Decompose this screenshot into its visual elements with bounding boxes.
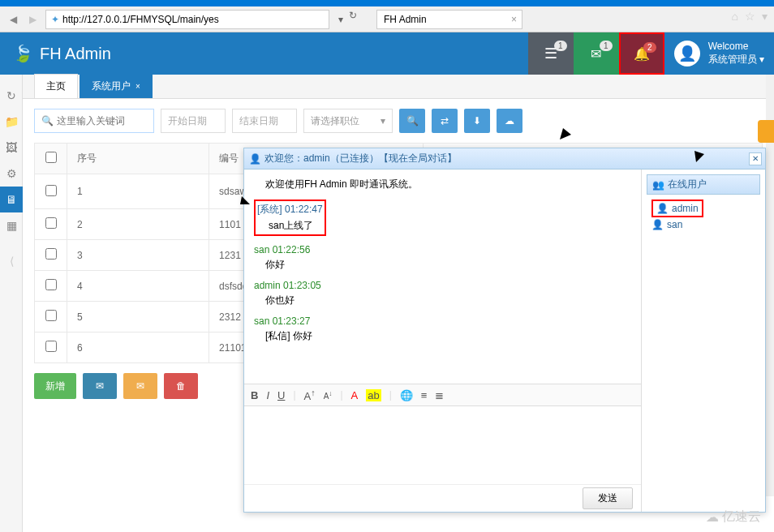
mail-button[interactable]: ✉ (83, 373, 117, 399)
window-controls: ⌂ ☆ ▾ (732, 10, 768, 23)
watermark: ☁ 亿速云 (706, 508, 761, 526)
font-increase-button[interactable]: A↑ (304, 388, 316, 402)
home-icon[interactable]: ⌂ (732, 10, 738, 23)
logo-text: FH Admin (40, 45, 111, 63)
date-end-input[interactable]: 结束日期 (232, 109, 297, 133)
cell-index: 3 (67, 240, 209, 271)
back-button[interactable]: ◀ (3, 10, 23, 29)
chat-message: admin 01:23:05你也好 (254, 280, 631, 307)
online-list: 👤 admin👤 san (647, 195, 760, 237)
italic-button[interactable]: I (266, 389, 269, 401)
left-sidebar: ↻ 📁 🖼 ⚙ 🖥 ▦ ⟨ (0, 75, 23, 532)
date-start-input[interactable]: 开始日期 (161, 109, 226, 133)
mail-badge: 1 (600, 41, 613, 51)
float-button[interactable] (758, 120, 774, 143)
header-mail-button[interactable]: ✉ 1 (574, 32, 619, 75)
forward-button[interactable]: ▶ (23, 10, 42, 29)
send-button[interactable]: 发送 (583, 487, 633, 509)
header-bell-button[interactable]: 🔔 2 (619, 32, 664, 75)
cell-index: 2 (67, 209, 209, 240)
toolbar: 🔍 开始日期 结束日期 请选择职位▾ 🔍 ⇄ ⬇ ☁ (23, 99, 774, 143)
sidebar-gear-icon[interactable]: ⚙ (0, 161, 23, 187)
search-box[interactable]: 🔍 (34, 109, 154, 133)
row-checkbox[interactable] (45, 279, 57, 290)
th-index: 序号 (67, 144, 209, 174)
tab-close-icon[interactable]: × (511, 14, 517, 25)
chat-input[interactable] (244, 406, 641, 484)
role-label: 系统管理员 (708, 54, 757, 65)
url-input[interactable] (62, 14, 324, 25)
font-color-button[interactable]: A (351, 389, 359, 401)
tab-home[interactable]: 主页 (34, 74, 78, 98)
row-checkbox[interactable] (45, 341, 57, 352)
chat-dialog: 👤 欢迎您：admin（已连接）【现在全局对话】 ✕ 欢迎使用FH Admin … (243, 148, 766, 513)
font-decrease-button[interactable]: A↓ (324, 389, 333, 401)
welcome-label: Welcome (708, 41, 764, 54)
menu-icon[interactable]: ▾ (762, 10, 768, 23)
chat-message: [系统] 01:22:47san上线了 (254, 200, 631, 236)
sidebar-grid-icon[interactable]: ▦ (0, 212, 23, 238)
tab-close-icon[interactable]: × (135, 82, 140, 91)
emoji-button[interactable]: 🌐 (400, 389, 413, 401)
users-icon: 👥 (652, 179, 664, 191)
chat-header[interactable]: 👤 欢迎您：admin（已连接）【现在全局对话】 ✕ (244, 148, 765, 169)
swap-button[interactable]: ⇄ (432, 109, 458, 133)
chat-welcome: 欢迎使用FH Admin 即时通讯系统。 (254, 178, 631, 191)
browser-tab[interactable]: FH Admin × (376, 10, 522, 29)
search-button[interactable]: 🔍 (399, 109, 425, 133)
bold-button[interactable]: B (251, 389, 258, 401)
mail-orange-button[interactable]: ✉ (123, 373, 157, 399)
welcome-block: Welcome 系统管理员 ▾ (708, 41, 764, 66)
highlight-button[interactable]: ab (366, 389, 381, 401)
online-header: 👥 在线用户 (647, 174, 760, 195)
chat-title: 欢迎您：admin（已连接）【现在全局对话】 (264, 152, 457, 165)
add-button[interactable]: 新增 (34, 373, 76, 399)
sidebar-image-icon[interactable]: 🖼 (0, 135, 23, 161)
row-checkbox[interactable] (45, 248, 57, 260)
th-checkbox (35, 144, 67, 174)
content-tabs: 主页 系统用户× (23, 75, 774, 99)
cloud-icon: ☁ (706, 509, 719, 525)
download-button[interactable]: ⬇ (464, 109, 490, 133)
sidebar-desktop-icon[interactable]: 🖥 (0, 187, 23, 212)
url-box[interactable]: ✦ (45, 10, 329, 29)
list-ul-button[interactable]: ≣ (435, 389, 444, 401)
url-dropdown-icon[interactable]: ▾ (333, 14, 349, 25)
star-icon[interactable]: ☆ (745, 10, 755, 23)
user-box[interactable]: 👤 Welcome 系统管理员 ▾ (664, 41, 774, 66)
chevron-down-icon: ▾ (381, 115, 385, 127)
online-user[interactable]: 👤 admin (651, 200, 703, 217)
row-checkbox[interactable] (45, 217, 57, 229)
cell-index: 6 (67, 332, 209, 363)
online-user[interactable]: 👤 san (651, 217, 755, 232)
row-checkbox[interactable] (45, 185, 57, 196)
position-select[interactable]: 请选择职位▾ (303, 109, 393, 133)
chat-close-button[interactable]: ✕ (749, 152, 762, 165)
select-all-checkbox[interactable] (45, 152, 57, 163)
logo[interactable]: 🍃 FH Admin (0, 44, 124, 63)
editor-toolbar: B I U | A↑ A↓ | A ab | 🌐 ≡ ≣ (244, 384, 641, 406)
refresh-button[interactable]: ↻ (349, 10, 368, 29)
header-menu-button[interactable]: ☰ 1 (528, 32, 574, 75)
leaf-icon: 🍃 (13, 44, 33, 63)
row-checkbox[interactable] (45, 310, 57, 321)
browser-address-bar: ◀ ▶ ✦ ▾ ↻ FH Admin × ⌂ ☆ ▾ (0, 6, 774, 32)
chat-message: san 01:22:56你好 (254, 244, 631, 272)
delete-button[interactable]: 🗑 (164, 373, 198, 399)
search-icon: 🔍 (41, 115, 54, 127)
sidebar-refresh-icon[interactable]: ↻ (0, 83, 23, 109)
cloud-button[interactable]: ☁ (497, 109, 522, 133)
menu-badge: 1 (554, 41, 567, 51)
chat-messages: 欢迎使用FH Admin 即时通讯系统。 [系统] 01:22:47san上线了… (244, 169, 641, 384)
underline-button[interactable]: U (277, 389, 285, 401)
cell-index: 4 (67, 271, 209, 302)
cell-index: 5 (67, 302, 209, 332)
user-icon: 👤 (651, 219, 664, 230)
sidebar-folder-icon[interactable]: 📁 (0, 109, 23, 135)
bell-badge: 2 (643, 42, 656, 53)
tab-users[interactable]: 系统用户× (80, 74, 153, 98)
search-input[interactable] (57, 115, 147, 127)
list-ol-button[interactable]: ≡ (421, 389, 428, 401)
chat-message: san 01:23:27[私信] 你好 (254, 315, 631, 343)
sidebar-collapse-icon[interactable]: ⟨ (0, 248, 23, 274)
